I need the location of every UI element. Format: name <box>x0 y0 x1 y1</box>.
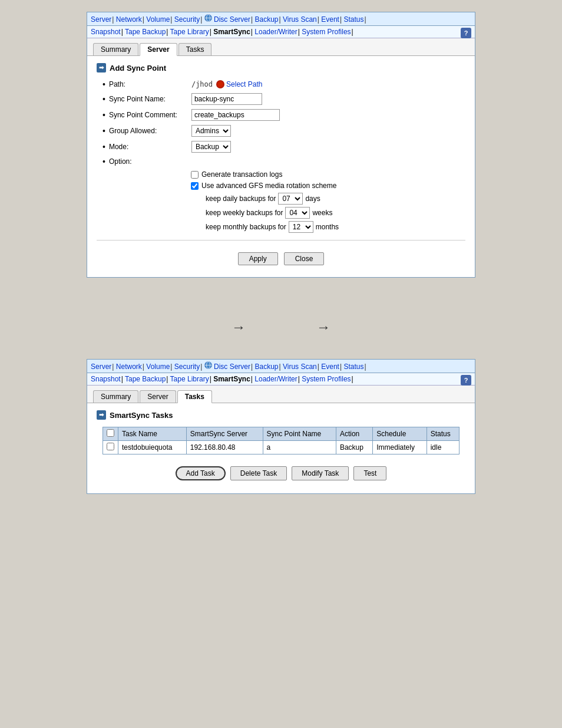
tab-tasks-1[interactable]: Tasks <box>178 43 212 55</box>
nav-tape-library[interactable]: Tape Library <box>170 28 210 36</box>
nav2-backup[interactable]: Backup <box>254 363 279 371</box>
nav-status[interactable]: Status <box>343 15 364 24</box>
group-allowed-row: • Group Allowed: Admins <box>97 125 465 137</box>
tab-tasks-2[interactable]: Tasks <box>177 390 212 403</box>
nav2-virus-scan[interactable]: Virus Scan <box>283 363 318 371</box>
section-title-2: ➡ SmartSync Tasks <box>97 410 465 420</box>
apply-button[interactable]: Apply <box>238 252 278 265</box>
test-button[interactable]: Test <box>353 466 386 480</box>
tab-server-2[interactable]: Server <box>140 390 176 403</box>
nav-loader-writer[interactable]: Loader/Writer <box>254 28 297 36</box>
nav2-server[interactable]: Server <box>91 363 112 371</box>
use-advanced-gfs-checkbox[interactable] <box>191 182 199 190</box>
nav2-security[interactable]: Security <box>174 363 200 371</box>
generate-transaction-label: Generate transaction logs <box>201 170 282 179</box>
panel-2: Server| Network| Volume| Security| Disc … <box>87 359 475 494</box>
panel-body-1: ➡ Add Sync Point • Path: /jhod Select Pa… <box>87 56 475 277</box>
row-task-name: testdobuiequota <box>118 441 187 454</box>
tabs-row-1: Summary Server Tasks <box>87 38 475 56</box>
col-checkbox <box>103 427 118 441</box>
nav-event[interactable]: Event <box>321 15 340 24</box>
nav-server[interactable]: Server <box>91 15 112 24</box>
required-dot-spn: • <box>103 94 105 104</box>
divider-1 <box>97 240 465 241</box>
sync-point-name-label: Sync Point Name: <box>109 95 191 103</box>
nav2-snapshot[interactable]: Snapshot <box>91 375 121 383</box>
arrow-1: → <box>232 319 246 335</box>
nav2-network[interactable]: Network <box>116 363 143 371</box>
nav-backup[interactable]: Backup <box>254 15 279 24</box>
keep-daily-text: keep daily backups for <box>206 195 276 203</box>
sync-point-name-row: • Sync Point Name: <box>97 93 465 105</box>
section-icon-2: ➡ <box>97 410 106 420</box>
nav2-tape-library[interactable]: Tape Library <box>170 375 210 383</box>
table-row: testdobuiequota 192.168.80.48 a Backup I… <box>103 441 459 454</box>
tab-summary-1[interactable]: Summary <box>93 43 138 55</box>
nav-virus-scan[interactable]: Virus Scan <box>283 15 318 24</box>
nav-system-profiles[interactable]: System Profiles <box>302 28 351 36</box>
required-dot-spc: • <box>103 110 105 120</box>
use-advanced-gfs-row: Use advanced GFS media rotation scheme <box>97 182 465 190</box>
col-schedule: Schedule <box>373 427 427 441</box>
nav-snapshot[interactable]: Snapshot <box>91 28 121 36</box>
nav2-smartsync[interactable]: SmartSync <box>213 375 251 383</box>
nav2-event[interactable]: Event <box>321 363 340 371</box>
nav-network[interactable]: Network <box>116 15 143 24</box>
months-text: months <box>316 223 339 231</box>
option-row: • Option: <box>97 157 465 166</box>
nav-tape-backup[interactable]: Tape Backup <box>125 28 166 36</box>
daily-select[interactable]: 07 <box>278 193 303 205</box>
nav-top-2: Server| Network| Volume| Security| Disc … <box>87 360 475 373</box>
select-path-button[interactable]: Select Path <box>216 80 262 88</box>
row-status: idle <box>427 441 459 454</box>
nav-smartsync-1[interactable]: SmartSync <box>213 28 251 36</box>
nav-disc-server[interactable]: Disc Server <box>214 15 251 24</box>
nav2-system-profiles[interactable]: System Profiles <box>302 375 351 383</box>
path-text: /jhod <box>191 80 213 88</box>
mode-value-group: Backup <box>191 141 231 153</box>
select-path-icon <box>216 80 224 88</box>
nav2-tape-backup[interactable]: Tape Backup <box>125 375 166 383</box>
sync-point-comment-input[interactable] <box>191 109 280 121</box>
sync-point-comment-label: Sync Point Comment: <box>109 111 191 119</box>
nav2-disc-server[interactable]: Disc Server <box>214 363 251 371</box>
close-button[interactable]: Close <box>284 252 325 265</box>
required-dot-mode: • <box>103 142 105 151</box>
task-buttons: Add Task Delete Task Modify Task Test <box>97 460 465 486</box>
panel-1: Server| Network| Volume| Security| Disc … <box>87 12 475 278</box>
row-checkbox[interactable] <box>107 443 114 450</box>
col-task-name: Task Name <box>118 427 187 441</box>
keep-weekly-text: keep weekly backups for <box>206 209 283 217</box>
generate-transaction-checkbox[interactable] <box>191 171 199 179</box>
modify-task-button[interactable]: Modify Task <box>292 466 349 480</box>
add-task-button[interactable]: Add Task <box>176 466 226 480</box>
keep-monthly-text: keep monthly backups for <box>206 223 286 231</box>
delete-task-button[interactable]: Delete Task <box>230 466 287 480</box>
nav-volume[interactable]: Volume <box>146 15 170 24</box>
nav-globe-icon <box>204 14 212 22</box>
sync-point-comment-row: • Sync Point Comment: <box>97 109 465 121</box>
help-button-1[interactable]: ? <box>461 28 471 38</box>
row-action: Backup <box>336 441 372 454</box>
nav2-volume[interactable]: Volume <box>146 363 170 371</box>
panel1-buttons: Apply Close <box>97 248 465 270</box>
select-all-checkbox[interactable] <box>107 429 114 437</box>
sync-point-name-input[interactable] <box>191 93 262 105</box>
group-allowed-select[interactable]: Admins <box>191 125 231 137</box>
arrow-area: → → <box>12 295 550 359</box>
nav-second-1: Snapshot| Tape Backup| Tape Library| Sma… <box>87 26 475 38</box>
monthly-select[interactable]: 12 <box>289 221 313 233</box>
help-button-2[interactable]: ? <box>461 375 471 386</box>
required-dot-ga: • <box>103 126 105 136</box>
mode-select[interactable]: Backup <box>191 141 231 153</box>
nav2-globe-icon <box>204 361 212 369</box>
tab-server-1[interactable]: Server <box>140 43 177 56</box>
nav2-loader-writer[interactable]: Loader/Writer <box>254 375 297 383</box>
nav2-status[interactable]: Status <box>343 363 364 371</box>
col-sync-point-name: Sync Point Name <box>263 427 336 441</box>
path-row: • Path: /jhod Select Path <box>97 80 465 89</box>
required-dot-path: • <box>103 80 105 89</box>
tab-summary-2[interactable]: Summary <box>93 390 138 403</box>
nav-security[interactable]: Security <box>174 15 200 24</box>
weekly-select[interactable]: 04 <box>285 207 310 219</box>
